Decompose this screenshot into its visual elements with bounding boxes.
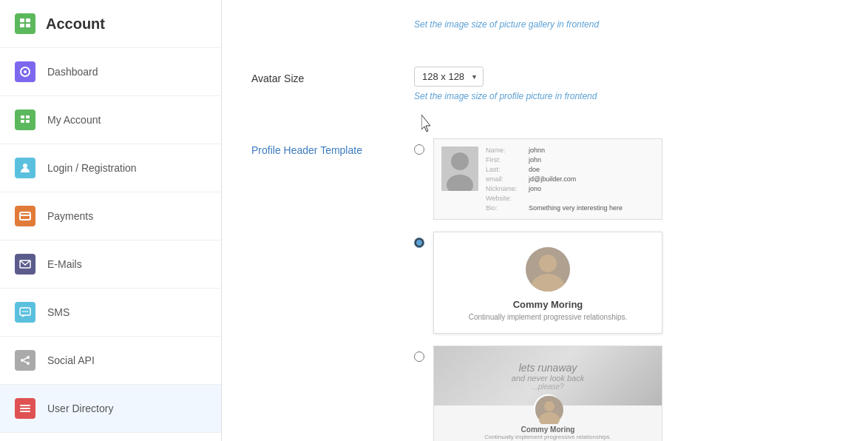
field-row-nickname: Nickname: jono	[486, 185, 623, 192]
field-label-bio: Bio:	[486, 204, 524, 212]
template-2-userbio: Continually implement progressive relati…	[469, 313, 628, 321]
svg-rect-24	[20, 405, 30, 406]
field-row-website: Website:	[486, 195, 623, 202]
profile-header-label: Profile Header Template	[251, 138, 414, 156]
svg-rect-2	[20, 24, 24, 27]
sms-icon	[15, 302, 35, 323]
svg-point-19	[21, 359, 24, 362]
svg-point-5	[24, 70, 27, 73]
template-1-radio[interactable]	[414, 144, 424, 155]
sidebar-item-dashboard[interactable]: Dashboard	[0, 48, 221, 96]
template-3-avatar-svg	[535, 396, 563, 424]
emails-icon	[15, 254, 35, 275]
gallery-hint-text: Set the image size of picture gallery in…	[414, 19, 838, 30]
svg-rect-0	[20, 18, 24, 22]
sidebar-item-emails[interactable]: E-Mails	[0, 240, 221, 289]
svg-rect-7	[26, 115, 30, 118]
emails-label: E-Mails	[47, 258, 82, 270]
svg-rect-3	[26, 24, 30, 27]
banner-line3: ...please?	[512, 383, 584, 391]
account-header: Account	[0, 0, 221, 48]
svg-rect-26	[20, 411, 30, 412]
field-row-email: email: jd@jbuilder.com	[486, 175, 623, 183]
field-label-name: Name:	[486, 147, 524, 154]
avatar-size-select[interactable]: 32 x 32 64 x 64 128 x 128 256 x 256	[414, 67, 484, 87]
field-row-first: First: john	[486, 156, 623, 164]
field-val-nickname: jono	[529, 185, 541, 192]
svg-line-23	[24, 361, 27, 363]
sidebar-item-login[interactable]: Login / Registration	[0, 144, 221, 192]
login-icon	[15, 158, 35, 178]
sidebar-item-user-directory[interactable]: User Directory	[0, 385, 221, 433]
template-1-avatar	[441, 147, 478, 191]
template-card-3: lets runaway and never look back ...plea…	[433, 346, 662, 441]
my-account-icon	[15, 110, 35, 130]
gallery-label-empty	[251, 15, 414, 21]
template-card-2: Commy Moring Continually implement progr…	[433, 232, 662, 334]
svg-rect-9	[26, 120, 30, 123]
svg-point-35	[539, 255, 557, 272]
field-label-last: Last:	[486, 166, 524, 173]
svg-point-10	[23, 164, 27, 168]
field-row-name: Name: johnn	[486, 147, 623, 154]
my-account-label: My Account	[47, 114, 101, 126]
payments-icon	[15, 206, 35, 226]
profile-header-row: Profile Header Template	[251, 138, 838, 441]
profile-header-control: Name: johnn First: john Last: doe	[414, 138, 838, 441]
banner-line1: lets runaway	[512, 362, 584, 374]
svg-point-20	[27, 356, 30, 359]
svg-point-32	[451, 152, 469, 170]
template-card-1: Name: johnn First: john Last: doe	[433, 138, 662, 220]
sidebar-item-social-api[interactable]: Social API	[0, 337, 221, 385]
field-label-nickname: Nickname:	[486, 185, 524, 192]
dashboard-icon	[15, 61, 35, 82]
sidebar: Account Dashboard My Account	[0, 0, 222, 441]
template-2-avatar-svg	[526, 247, 570, 292]
svg-point-17	[24, 311, 26, 312]
template-option-3: lets runaway and never look back ...plea…	[414, 346, 838, 441]
template-1-avatar-svg	[441, 147, 478, 191]
template-3-radio[interactable]	[414, 351, 424, 362]
template-3-avatar	[534, 394, 562, 423]
svg-rect-8	[21, 120, 24, 123]
user-directory-icon	[15, 398, 35, 419]
field-label-first: First:	[486, 156, 524, 164]
sidebar-item-payments[interactable]: Payments	[0, 192, 221, 240]
avatar-size-select-wrapper[interactable]: 32 x 32 64 x 64 128 x 128 256 x 256	[414, 67, 484, 87]
template-2-radio[interactable]	[414, 238, 424, 248]
svg-point-18	[27, 311, 28, 312]
template-option-2: Commy Moring Continually implement progr…	[414, 232, 838, 334]
template-3-userbio: Continually implement progressive relati…	[484, 434, 611, 440]
avatar-size-row: Avatar Size 32 x 32 64 x 64 128 x 128 25…	[251, 67, 838, 116]
field-val-first: john	[529, 156, 541, 164]
sidebar-item-sms[interactable]: SMS	[0, 289, 221, 337]
gallery-hint-row: Set the image size of picture gallery in…	[251, 15, 838, 44]
avatar-size-control: 32 x 32 64 x 64 128 x 128 256 x 256 Set …	[414, 67, 838, 101]
sidebar-item-invoices[interactable]: Invoices	[0, 433, 221, 441]
field-label-email: email:	[486, 175, 524, 183]
social-api-icon	[15, 350, 35, 371]
avatar-size-label: Avatar Size	[251, 67, 414, 84]
template-3-bottom: Commy Moring Continually implement progr…	[434, 405, 662, 441]
svg-point-16	[22, 311, 24, 312]
svg-line-22	[24, 358, 27, 360]
main-content: Set the image size of picture gallery in…	[222, 0, 868, 441]
field-val-email: jd@jbuilder.com	[529, 175, 576, 183]
svg-rect-25	[20, 408, 30, 409]
template-2-username: Commy Moring	[513, 299, 583, 310]
login-label: Login / Registration	[47, 162, 137, 174]
field-label-website: Website:	[486, 195, 524, 202]
field-val-name: johnn	[529, 147, 545, 154]
field-row-bio: Bio: Something very interesting here	[486, 204, 623, 212]
template-3-username: Commy Moring	[521, 425, 575, 434]
banner-line2: and never look back	[512, 374, 584, 383]
field-row-last: Last: doe	[486, 166, 623, 173]
sidebar-item-my-account[interactable]: My Account	[0, 96, 221, 144]
template-2-avatar	[526, 247, 570, 292]
template-option-1: Name: johnn First: john Last: doe	[414, 138, 838, 220]
sms-label: SMS	[47, 306, 69, 318]
account-icon	[15, 13, 35, 34]
user-directory-label: User Directory	[47, 403, 113, 414]
svg-rect-12	[20, 215, 30, 216]
avatar-size-hint: Set the image size of profile picture in…	[414, 91, 838, 101]
